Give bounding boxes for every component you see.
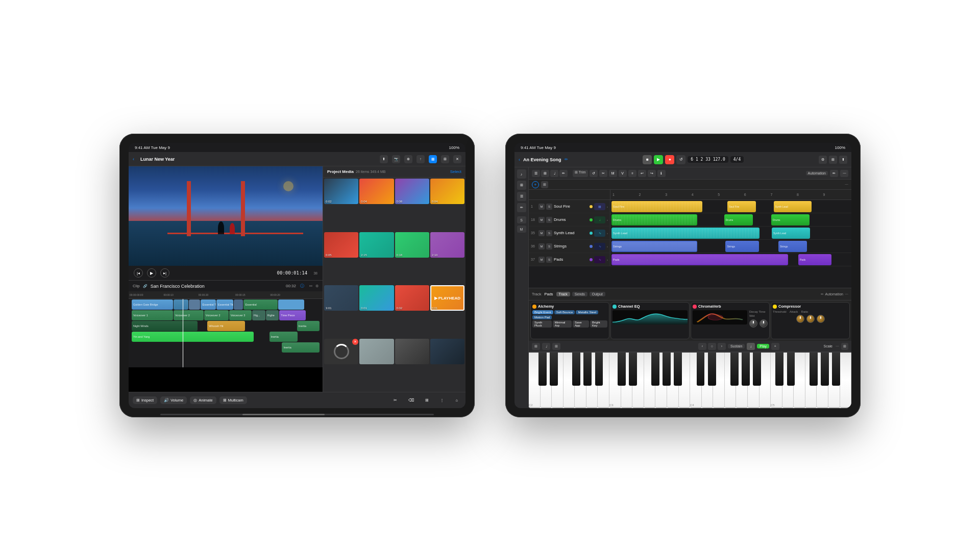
track-note-view-button[interactable]: ♩ bbox=[550, 170, 558, 177]
piano-key-e5[interactable] bbox=[794, 353, 805, 408]
loop-tool[interactable]: ↺ bbox=[590, 170, 598, 177]
info-tool[interactable]: ℹ bbox=[657, 170, 666, 177]
piano-black-key-as2[interactable] bbox=[595, 353, 603, 386]
logic-clip-drums-2[interactable]: Drums bbox=[724, 214, 753, 226]
sidebar-pen-icon[interactable]: ✏ bbox=[517, 203, 526, 212]
media-thumb-3[interactable]: 0:08 bbox=[395, 179, 429, 204]
fcp-home-button[interactable]: ⌂ bbox=[452, 396, 461, 404]
media-thumb-11[interactable]: 0:02 bbox=[395, 285, 429, 311]
photo-icon[interactable]: ▦ bbox=[429, 155, 437, 163]
undo-tool[interactable]: ↩ bbox=[638, 170, 646, 177]
ratio-knob[interactable] bbox=[817, 315, 825, 323]
piano-drum-icon[interactable]: ⊞ bbox=[552, 343, 560, 350]
media-thumb-9[interactable]: 3:01 bbox=[324, 285, 358, 311]
piano-black-key-fs2[interactable] bbox=[572, 353, 580, 386]
threshold-knob[interactable] bbox=[796, 315, 804, 323]
logic-clip-synth-1[interactable]: Synth Lead bbox=[611, 228, 760, 239]
clip-golden-gate[interactable]: Golden Gate Bridge bbox=[132, 299, 173, 310]
logic-clip-soul-fire-1[interactable]: Soul Fire bbox=[611, 201, 702, 212]
metallic-steel-preset[interactable]: Metallic Steel bbox=[576, 310, 598, 314]
media-thumb-7[interactable]: 0:18 bbox=[395, 232, 429, 258]
play-button[interactable]: ▶ bbox=[654, 155, 663, 164]
piano-keys[interactable]: C2 C3 C4 C5 bbox=[529, 353, 851, 408]
piano-black-key-fs4[interactable] bbox=[730, 353, 739, 386]
piano-black-key-cs4[interactable] bbox=[697, 353, 705, 386]
trim-button[interactable]: ⊞ Trim bbox=[573, 170, 588, 177]
drums-expand-icon[interactable]: › bbox=[607, 218, 608, 221]
piano-black-key-gs3[interactable] bbox=[663, 353, 671, 386]
pads-expand-icon[interactable]: › bbox=[607, 258, 608, 261]
minimal-arp-preset[interactable]: Minimal Arp bbox=[553, 320, 572, 328]
synth-solo-button[interactable]: S bbox=[546, 230, 552, 236]
logic-settings-icon[interactable]: ⚙ bbox=[819, 156, 827, 164]
clip-night-winds[interactable]: Night Winds bbox=[132, 321, 198, 331]
media-select-button[interactable]: Select bbox=[450, 169, 461, 174]
track-tab[interactable]: Track bbox=[556, 292, 570, 296]
logic-clip-drums-1[interactable]: Drums bbox=[611, 214, 697, 226]
logic-share-icon[interactable]: ⬆ bbox=[839, 156, 847, 164]
drums-mute-button[interactable]: M bbox=[538, 217, 545, 223]
media-thumb-6[interactable]: 2:15 bbox=[359, 232, 394, 258]
synth-expand-icon[interactable]: › bbox=[607, 232, 608, 235]
more-options-icon[interactable]: ⋯ bbox=[840, 170, 848, 177]
view-icon[interactable]: ⊞ bbox=[441, 155, 449, 163]
decay-knob[interactable] bbox=[749, 319, 757, 328]
strings-expand-icon[interactable]: › bbox=[607, 245, 608, 248]
export-icon[interactable]: ↑ bbox=[416, 155, 425, 163]
media-thumb-4[interactable]: 0:04 bbox=[430, 179, 464, 204]
piano-keyboard-icon[interactable]: ♩ bbox=[542, 343, 550, 350]
piano-black-key-cs3[interactable] bbox=[618, 353, 626, 386]
logic-clip-drums-3[interactable]: Drums bbox=[771, 214, 810, 226]
synth-instrument-icon[interactable]: ∿ bbox=[594, 230, 605, 237]
edit-pencil-icon[interactable]: ✏ bbox=[830, 170, 838, 177]
piano-settings-icon[interactable]: ⊞ bbox=[532, 343, 540, 350]
fcp-animate-button[interactable]: ◎ Animate bbox=[190, 396, 216, 404]
media-thumb-8[interactable]: 2:10 bbox=[430, 232, 464, 258]
panel-more-icon[interactable]: ⋯ bbox=[845, 292, 848, 296]
logic-clip-pads-1[interactable]: Pads bbox=[611, 254, 788, 265]
piano-black-key-gs2[interactable] bbox=[583, 353, 592, 386]
fcp-delete-button[interactable]: ⌫ bbox=[405, 396, 418, 404]
synth-mute-button[interactable]: M bbox=[538, 230, 545, 236]
track-solo-button[interactable]: S bbox=[546, 204, 552, 210]
attack-knob[interactable] bbox=[806, 315, 815, 323]
piano-play-button[interactable]: Play bbox=[757, 344, 769, 348]
motion-pad-preset[interactable]: Motion Pad bbox=[532, 315, 552, 319]
track-pencil-button[interactable]: ✏ bbox=[559, 170, 568, 177]
logic-clip-pads-2[interactable]: Pads bbox=[798, 254, 832, 265]
strings-instrument-icon[interactable]: ∿ bbox=[594, 243, 605, 250]
piano-black-key-gs5[interactable] bbox=[821, 353, 829, 386]
piano-black-key-fs3[interactable] bbox=[651, 353, 659, 386]
track-instrument-icon[interactable]: ▦ bbox=[594, 203, 605, 210]
fcp-inspect-button[interactable]: ⊞ Inspect bbox=[133, 396, 157, 404]
logic-clip-soul-fire-3[interactable]: Synth Lead bbox=[774, 201, 812, 212]
cycle-button[interactable]: ↺ bbox=[676, 155, 685, 164]
redo-tool[interactable]: ↪ bbox=[648, 170, 656, 177]
logic-clip-strings-2[interactable]: Strings bbox=[725, 241, 759, 252]
media-thumb-1[interactable]: 0:02 bbox=[324, 179, 358, 204]
fcp-more-button[interactable]: ⋮ bbox=[436, 396, 448, 404]
piano-octave-up[interactable]: › bbox=[718, 343, 726, 350]
piano-black-key-cs2[interactable] bbox=[538, 353, 547, 386]
media-thumb-12[interactable]: 0:01 ▶ PLAYHEAD bbox=[430, 285, 464, 311]
drums-solo-button[interactable]: S bbox=[546, 217, 552, 223]
piano-black-key-as4[interactable] bbox=[753, 353, 761, 386]
logic-back-button[interactable]: ‹ bbox=[519, 157, 520, 162]
synth-pluck-preset[interactable]: Synth Pluck bbox=[532, 320, 552, 328]
logic-clip-strings-3[interactable]: Strings bbox=[778, 241, 807, 252]
camera-icon[interactable]: 📷 bbox=[392, 155, 400, 163]
sends-tab[interactable]: Sends bbox=[572, 292, 587, 296]
share-icon[interactable]: ⬆ bbox=[380, 155, 388, 163]
sidebar-list-icon[interactable]: ☰ bbox=[517, 192, 526, 201]
bright-key-preset[interactable]: Bright Key bbox=[590, 320, 607, 328]
media-thumb-14[interactable] bbox=[359, 339, 394, 364]
fcp-rewind-button[interactable]: |◂ bbox=[134, 268, 143, 278]
sidebar-s-button[interactable]: S bbox=[517, 216, 526, 223]
piano-prev-button[interactable]: ‹ bbox=[698, 343, 706, 350]
track-folder-icon[interactable]: ⊞ bbox=[541, 181, 548, 188]
piano-grid-icon[interactable]: ⊞ bbox=[841, 343, 848, 350]
panel-edit-icon[interactable]: ✏ bbox=[821, 292, 824, 296]
drums-instrument-icon[interactable]: ♩ bbox=[594, 216, 605, 223]
piano-black-key-fs5[interactable] bbox=[810, 353, 818, 386]
stop-button[interactable]: ■ bbox=[643, 155, 652, 164]
